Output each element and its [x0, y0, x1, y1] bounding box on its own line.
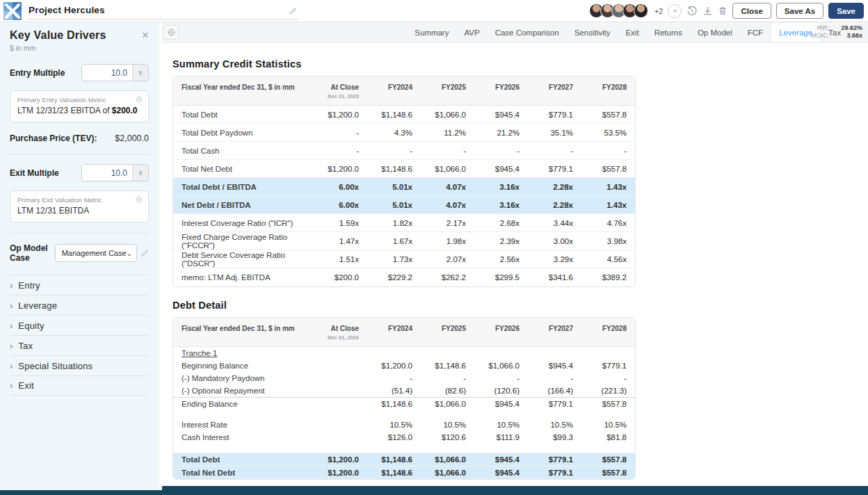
- section-special-situations[interactable]: ›Special Situations: [10, 355, 149, 375]
- cell-value: 3.16x: [474, 201, 528, 209]
- cell-value: (51.4): [367, 387, 421, 395]
- column-header: FY2024: [367, 325, 421, 341]
- project-title-input[interactable]: Project Hercules: [27, 3, 298, 19]
- chevron-right-icon: ›: [10, 361, 13, 371]
- column-header: FY2025: [421, 325, 474, 341]
- cell-value: $945.4: [528, 362, 581, 370]
- tab-exit[interactable]: Exit: [618, 22, 646, 42]
- tab-summary[interactable]: Summary: [407, 22, 456, 42]
- tab-sensitivity[interactable]: Sensitivity: [567, 22, 618, 42]
- cell-value: $1,066.0: [421, 455, 474, 464]
- tab-avp[interactable]: AVP: [456, 22, 487, 42]
- chevron-right-icon: ›: [10, 341, 13, 351]
- edit-title-pencil-icon[interactable]: [289, 7, 297, 15]
- cell-value: (221.3): [581, 387, 635, 395]
- row-label: Net Debt / EBITDA: [173, 201, 314, 209]
- cell-value: 3.00x: [528, 237, 581, 245]
- cell-value: $557.8: [581, 455, 635, 464]
- app-logo-icon: [3, 2, 22, 20]
- cell-value: -: [367, 374, 421, 382]
- view-settings-button[interactable]: [163, 25, 179, 40]
- table-row: memo: LTM Adj. EBITDA$200.0$229.2$262.2$…: [173, 268, 635, 286]
- cell-value: 10.5%: [421, 421, 474, 429]
- panel-title: Key Value Drivers: [10, 29, 106, 42]
- entry-multiple-label: Entry Multiple: [10, 68, 65, 78]
- close-panel-icon[interactable]: ×: [142, 29, 149, 41]
- cell-value: 10.5%: [581, 421, 635, 429]
- history-icon[interactable]: [686, 6, 698, 17]
- entry-multiple-suffix: x: [132, 65, 148, 81]
- row-label: Debt Service Coverage Ratio ("DSCR"): [173, 251, 314, 268]
- tab-op-model[interactable]: Op Model: [690, 22, 740, 42]
- section-entry[interactable]: ›Entry: [10, 275, 149, 295]
- chevron-right-icon: ›: [10, 300, 13, 311]
- bottom-accent-bar: [0, 490, 868, 495]
- cell-value: $779.1: [528, 400, 581, 408]
- cell-value: $1,148.6: [367, 400, 421, 408]
- summary-credit-statistics-title: Summary Credit Statistics: [172, 58, 868, 70]
- row-label: Total Debt: [173, 111, 314, 119]
- section-equity[interactable]: ›Equity: [10, 315, 149, 335]
- entry-metric-value: LTM 12/31/23 EBITDA of $200.0: [17, 106, 141, 115]
- cell-value: (82.6): [421, 387, 474, 395]
- tab-fcf[interactable]: FCF: [740, 22, 771, 42]
- column-header: FY2027: [528, 325, 581, 341]
- save-as-button[interactable]: Save As: [776, 3, 823, 19]
- cell-value: $389.2: [581, 273, 635, 282]
- gear-icon[interactable]: [135, 95, 143, 104]
- entry-valuation-metric-card[interactable]: Primary Entry Valuation Metric LTM 12/31…: [10, 90, 149, 122]
- cell-value: $779.1: [528, 455, 581, 464]
- chevron-right-icon: ›: [10, 320, 13, 331]
- op-model-case-select[interactable]: Management Case ⌄: [55, 244, 137, 262]
- row-label: Total Debt Paydown: [173, 129, 314, 137]
- entry-multiple-input[interactable]: [82, 65, 132, 81]
- units-note: $ in mm: [10, 44, 149, 52]
- save-button[interactable]: Save: [828, 3, 864, 19]
- exit-valuation-metric-card[interactable]: Primary Exit Valuation Metric LTM 12/31 …: [10, 190, 149, 222]
- edit-case-pencil-icon[interactable]: [140, 249, 149, 257]
- cell-value: $945.4: [474, 469, 528, 477]
- cell-value: 35.1%: [528, 129, 581, 137]
- tab-case-comparison[interactable]: Case Comparison: [488, 22, 567, 42]
- row-label: (-) Optional Repayment: [173, 387, 314, 395]
- table-header-row: Fiscal Year ended Dec 31, $ in mmAt Clos…: [173, 76, 635, 106]
- cell-value: 1.43x: [581, 201, 635, 209]
- cell-value: $557.8: [581, 469, 635, 477]
- section-tax[interactable]: ›Tax: [10, 335, 149, 355]
- cell-value: $229.2: [367, 273, 421, 282]
- irr-value: 29.62%: [832, 24, 862, 31]
- collaborator-avatars: [589, 3, 648, 18]
- download-icon[interactable]: [702, 6, 713, 16]
- section-leverage[interactable]: ›Leverage: [10, 295, 149, 315]
- table-row: Total Debt Paydown-4.3%11.2%21.2%35.1%53…: [173, 124, 635, 142]
- table-row: Ending Balance$1,148.6$1,066.0$945.4$779…: [173, 397, 635, 409]
- cell-value: $557.8: [581, 165, 635, 173]
- exit-multiple-label: Exit Multiple: [10, 168, 59, 178]
- cell-value: 3.29x: [528, 255, 581, 263]
- table-row: Total Debt / EBITDA6.00x5.01x4.07x3.16x2…: [173, 178, 635, 196]
- table-row: (-) Mandatory Paydown-----: [173, 372, 635, 384]
- table-caption: Fiscal Year ended Dec 31, $ in mm: [173, 325, 314, 341]
- cell-value: 10.5%: [474, 421, 528, 429]
- cell-value: -: [314, 129, 367, 137]
- tab-returns[interactable]: Returns: [647, 22, 690, 42]
- table-row: Beginning Balance$1,200.0$1,148.6$1,066.…: [173, 359, 635, 372]
- table-row: [173, 409, 635, 419]
- section-exit[interactable]: ›Exit: [10, 375, 149, 396]
- gear-icon[interactable]: [135, 195, 143, 204]
- trash-icon[interactable]: [718, 6, 728, 16]
- table-row: Cash Interest$126.0$120.6$111.9$99.3$81.…: [173, 431, 635, 444]
- cell-value: $1,066.0: [421, 469, 474, 477]
- exit-multiple-input[interactable]: [82, 165, 132, 181]
- driver-sections: ›Entry ›Leverage ›Equity ›Tax ›Special S…: [10, 275, 149, 396]
- summary-credit-statistics-table: Fiscal Year ended Dec 31, $ in mmAt Clos…: [172, 76, 636, 287]
- close-button[interactable]: Close: [732, 3, 771, 19]
- add-collaborator-button[interactable]: +: [668, 4, 682, 18]
- exit-multiple-suffix: x: [132, 165, 148, 181]
- cell-value: $1,148.6: [367, 469, 421, 477]
- exit-metric-caption: Primary Exit Valuation Metric: [17, 196, 141, 204]
- cell-value: $1,148.6: [367, 455, 421, 464]
- cell-value: 2.07x: [421, 255, 474, 263]
- cell-value: $1,200.0: [367, 362, 421, 370]
- cell-value: $557.8: [581, 111, 635, 119]
